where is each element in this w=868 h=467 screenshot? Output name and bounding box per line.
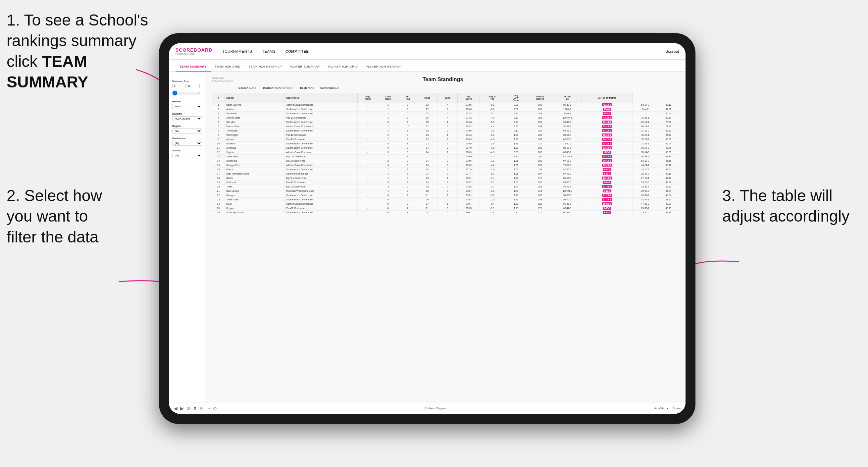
table-title: Team Standings xyxy=(233,76,652,83)
table-row[interactable]: 14OklahomaBig 12 Conference-27242278.6-3… xyxy=(212,159,679,163)
table-cell: 46.84 xyxy=(658,189,679,193)
table-cell: 9 xyxy=(398,107,417,111)
table-cell: 269 xyxy=(527,111,553,116)
table-cell: 39-23-1 xyxy=(632,137,658,142)
table-cell: 278.8 xyxy=(458,185,480,189)
table-row[interactable]: 24DukeAtlantic Coast Conference-59271279… xyxy=(212,202,679,206)
table-cell: 13 xyxy=(212,154,225,159)
table-row[interactable]: 19CaliforniaPac-12 Conference-48242278.2… xyxy=(212,180,679,185)
toolbar-bookmark-btn[interactable]: ⊡ xyxy=(200,406,204,411)
table-cell: -5.1 xyxy=(480,180,505,185)
school-select[interactable]: (All) xyxy=(172,153,202,158)
sub-nav-player-h2h-grid[interactable]: PLAYER H2H GRID xyxy=(324,62,362,71)
table-cell: 1.98 xyxy=(505,133,527,137)
col-overall-rec: OverallRecord xyxy=(527,93,553,103)
table-row[interactable]: 2AuburnSoutheastern Conference-19276273.… xyxy=(212,107,679,111)
table-cell: -1.1 xyxy=(480,206,505,210)
toolbar-forward-btn[interactable]: ▶ xyxy=(180,406,184,411)
table-row[interactable]: 4Arizona StatePac-12 Conference-19264274… xyxy=(212,116,679,120)
min-rounds-slider[interactable] xyxy=(172,90,200,96)
table-cell: 10 xyxy=(398,197,417,202)
table-cell: 6 xyxy=(378,146,398,150)
table-cell: -5.0 xyxy=(480,120,505,124)
table-cell: 262 xyxy=(527,120,553,124)
table-cell: Southeastern Conference xyxy=(285,107,358,111)
toolbar-share-small-btn[interactable]: ⬆ xyxy=(193,406,197,411)
table-cell: 92-40-3 xyxy=(553,197,582,202)
table-cell: 1.86 xyxy=(505,142,527,146)
instruction-2-line3: filter the data xyxy=(7,228,99,246)
table-row[interactable]: 5Ole MissSoutheastern Conference-3618127… xyxy=(212,120,679,124)
table-cell: 1.90 xyxy=(505,146,527,150)
table-row[interactable]: 21New MexicoMountain West Conference-191… xyxy=(212,189,679,193)
table-row[interactable]: 17East Tennessee StateSouthern Conferenc… xyxy=(212,172,679,176)
table-cell: Big 12 Conference xyxy=(285,154,358,159)
table-row[interactable]: 8WashingtonPac-12 Conference-28231276.3-… xyxy=(212,133,679,137)
table-cell: 7 xyxy=(212,128,225,133)
table-cell: 276.3 xyxy=(458,133,480,137)
min-rounds-max-input[interactable] xyxy=(186,84,200,88)
nav-committee[interactable]: COMMITTEE xyxy=(285,48,309,55)
table-row[interactable]: 16FloridaSoutheastern Conference-7924427… xyxy=(212,167,679,172)
table-row[interactable]: 20TexasBig 12 Conference-37180278.8-0.71… xyxy=(212,185,679,189)
table-cell: 3 xyxy=(437,124,457,128)
table-cell: 269 xyxy=(527,185,553,189)
table-cell: 15-32-2 xyxy=(582,154,632,159)
table-cell: Southeastern Conference xyxy=(285,210,358,215)
nav-tournaments[interactable]: TOURNAMENTS xyxy=(222,48,252,55)
table-row[interactable]: 3VanderbiltSoutheastern Conference-25236… xyxy=(212,111,679,116)
table-row[interactable]: 23Texas A&MSoutheastern Conference-91030… xyxy=(212,197,679,202)
table-cell: Pac-12 Conference xyxy=(285,133,358,137)
table-cell: 59-39-1 xyxy=(553,193,582,197)
region-select[interactable]: N/A East West xyxy=(172,128,202,133)
table-cell: 22 xyxy=(212,193,225,197)
view-original-btn[interactable]: ⊙ View: Original xyxy=(425,407,446,410)
share-btn[interactable]: Share xyxy=(673,407,681,410)
toolbar-clock-btn[interactable]: ⊙ xyxy=(213,406,217,411)
conference-select[interactable]: (All) SEC Big Ten xyxy=(172,141,202,146)
sub-nav-team-h2h-grid[interactable]: TEAM H2H GRID xyxy=(211,62,244,71)
table-row[interactable]: 22GeorgiaSoutheastern Conference-8721127… xyxy=(212,193,679,197)
table-cell: 3 xyxy=(437,142,457,146)
table-cell: 53-18-2 xyxy=(632,159,658,163)
table-cell: 1.85 xyxy=(505,159,527,163)
table-row[interactable]: 25OregonPac-12 Conference-87210279.5-1.1… xyxy=(212,206,679,210)
sign-out-button[interactable]: | Sign out xyxy=(664,49,679,53)
watch-btn[interactable]: 👁 Watch ▾ xyxy=(654,407,669,410)
table-row[interactable]: 9ArizonaPac-12 Conference-28232276.3-4.6… xyxy=(212,137,679,142)
min-rounds-min-input[interactable] xyxy=(172,84,185,88)
gender-select[interactable]: Men's Women's xyxy=(172,104,202,109)
table-row[interactable]: 12VirginiaAtlantic Coast Conference-3824… xyxy=(212,150,679,154)
sub-nav-team-summary[interactable]: TEAM SUMMARY xyxy=(176,62,211,71)
table-row[interactable]: 1North CarolinaAtlantic Coast Conference… xyxy=(212,103,679,107)
table-row[interactable]: 7TennesseeSoutheastern Conference-481822… xyxy=(212,128,679,133)
table-row[interactable]: 15Georgia TechAtlantic Coast Conference-… xyxy=(212,163,679,167)
table-cell: 60.71 xyxy=(658,146,679,150)
sub-nav-player-h2h-heatmap[interactable]: PLAYER H2H HEATMAP xyxy=(362,62,407,71)
table-cell: 209 xyxy=(527,159,553,163)
table-row[interactable]: 18IllinoisBig Ten Conference-19231279.1-… xyxy=(212,176,679,180)
table-cell: 2 xyxy=(437,154,457,159)
table-row[interactable]: 13Texas TechBig 12 Conference-19272276.0… xyxy=(212,154,679,159)
table-row[interactable]: 10AlabamaSoutheastern Conference-5823327… xyxy=(212,142,679,146)
sub-nav-team-h2h-heatmap[interactable]: TEAM H2H HEATMAP xyxy=(244,62,286,71)
table-cell: 28-25-0 xyxy=(632,180,658,185)
table-cell: - xyxy=(358,172,378,176)
col-conference: Conference xyxy=(285,93,358,103)
toolbar-reload-btn[interactable]: ↺ xyxy=(186,406,190,411)
table-row[interactable]: 26Mississippi StateSoutheastern Conferen… xyxy=(212,210,679,215)
table-cell: Arizona State xyxy=(225,116,285,120)
table-row[interactable]: 6Florida StateAtlantic Coast Conference-… xyxy=(212,124,679,128)
table-cell: 97-21-1 xyxy=(553,159,582,163)
table-cell: 3 xyxy=(437,172,457,176)
table-cell: 42-18-0 xyxy=(582,103,632,107)
table-cell: 7 xyxy=(398,193,417,197)
sub-nav-player-summary[interactable]: PLAYER SUMMARY xyxy=(286,62,324,71)
toolbar-dots-btn[interactable]: ··· xyxy=(206,406,210,411)
table-row[interactable]: 11ArkansasSoutheastern Conference-682422… xyxy=(212,146,679,150)
division-select[interactable]: NCAA Division I NCAA Division II NCAA Di… xyxy=(172,116,202,121)
toolbar-back-btn[interactable]: ◀ xyxy=(174,406,178,411)
table-cell: 87.21 xyxy=(658,107,679,111)
nav-teams[interactable]: TEAMS xyxy=(262,48,275,55)
toolbar-right: 👁 Watch ▾ Share xyxy=(654,407,681,410)
